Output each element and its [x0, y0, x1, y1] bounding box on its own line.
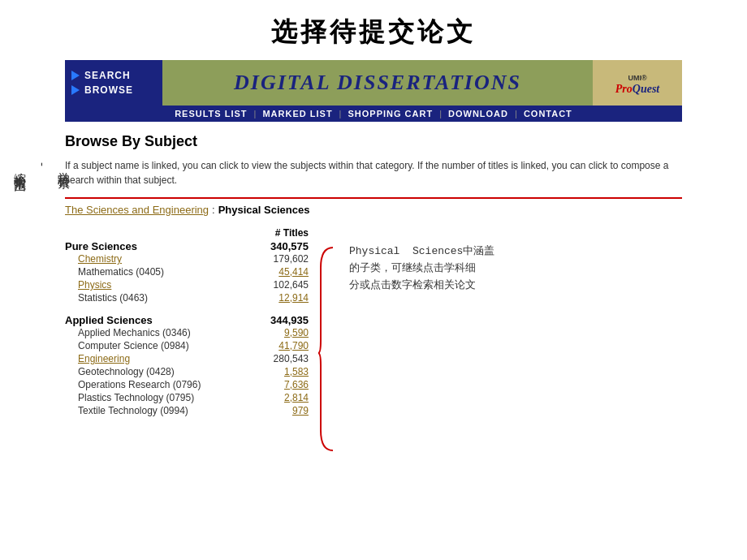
annotation-text: Physical Sciences中涵盖 的子类，可继续点击学科细 分或点击数字… — [349, 243, 528, 294]
main-content: Browse By Subject If a subject name is l… — [65, 122, 682, 454]
search-triangle-icon — [71, 71, 80, 80]
brace-area: Physical Sciences中涵盖 的子类，可继续点击学科细 分或点击数字… — [317, 227, 528, 454]
site-title: DIGITAL DISSERTATIONS — [234, 71, 521, 95]
chemistry-link[interactable]: Chemistry — [78, 253, 122, 265]
applied-mechanics-count-link[interactable]: 9,590 — [284, 327, 309, 338]
banner-right: UMI® ProQuest — [593, 60, 682, 106]
physics-link[interactable]: Physics — [78, 279, 111, 291]
nav-results-list[interactable]: RESULTS LIST — [168, 109, 253, 118]
table-header-titles: # Titles — [244, 227, 309, 239]
textile-technology-count-link[interactable]: 979 — [292, 405, 309, 416]
breadcrumb-parent[interactable]: The Sciences and Engineering — [65, 204, 209, 216]
logo-text: ProQuest — [615, 83, 659, 96]
statistics-count-link[interactable]: 12,914 — [279, 292, 309, 304]
section-applied-sciences: Applied Sciences 344,935 Applied Mechani… — [65, 314, 309, 417]
nav-contact[interactable]: CONTACT — [517, 109, 579, 118]
section-pure-sciences: Pure Sciences 340,575 Chemistry 179,602 … — [65, 240, 309, 304]
engineering-link[interactable]: Engineering — [78, 353, 130, 364]
search-label: SEARCH — [84, 70, 131, 81]
nav-marked-list[interactable]: MARKED LIST — [256, 109, 339, 118]
breadcrumb: The Sciences and Engineering : Physical … — [65, 197, 682, 216]
section-pure-sciences-title: Pure Sciences 340,575 — [65, 240, 309, 252]
nav-bar: RESULTS LIST | MARKED LIST | SHOPPING CA… — [65, 106, 682, 122]
page-title: 选择待提交论文 — [0, 0, 747, 60]
list-item: Computer Science (0984) 41,790 — [65, 339, 309, 352]
mathematics-count-link[interactable]: 45,414 — [279, 266, 309, 278]
list-item: Geotechnology (0428) 1,583 — [65, 365, 309, 378]
list-item: Textile Technology (0994) 979 — [65, 404, 309, 417]
description: If a subject name is linked, you can cli… — [65, 158, 682, 187]
breadcrumb-current: Physical Sciences — [218, 204, 310, 216]
banner-center: DIGITAL DISSERTATIONS — [162, 60, 593, 106]
table-header: # Titles — [65, 227, 309, 239]
browse-button[interactable]: BROWSE — [71, 84, 133, 96]
nav-download[interactable]: DOWNLOAD — [442, 109, 515, 118]
list-item: Mathematics (0405) 45,414 — [65, 265, 309, 278]
proquest-logo: UMI® ProQuest — [615, 71, 659, 96]
nav-shopping-cart[interactable]: SHOPPING CART — [341, 109, 439, 118]
banner-left: SEARCH BROWSE — [65, 60, 162, 106]
list-item: Plastics Technology (0795) 2,814 — [65, 391, 309, 404]
list-item: Applied Mechanics (0346) 9,590 — [65, 326, 309, 339]
brace-icon — [317, 243, 341, 454]
operations-research-count-link[interactable]: 7,636 — [284, 379, 309, 390]
sidebar-left-text: 学科检索-缩小检索范围 — [10, 162, 76, 172]
list-item: Statistics (0463) 12,914 — [65, 291, 309, 304]
section-applied-sciences-title: Applied Sciences 344,935 — [65, 314, 309, 326]
list-item: Physics 102,645 — [65, 278, 309, 291]
browse-triangle-icon — [71, 85, 80, 95]
geotechnology-count-link[interactable]: 1,583 — [284, 366, 309, 377]
list-item: Chemistry 179,602 — [65, 252, 309, 265]
list-item: Operations Research (0796) 7,636 — [65, 378, 309, 391]
banner: SEARCH BROWSE DIGITAL DISSERTATIONS UMI®… — [65, 60, 682, 106]
subject-table: # Titles Pure Sciences 340,575 Chemistry… — [65, 227, 309, 427]
content-row: # Titles Pure Sciences 340,575 Chemistry… — [65, 227, 682, 454]
browse-title: Browse By Subject — [65, 133, 682, 150]
plastics-technology-count-link[interactable]: 2,814 — [284, 392, 309, 403]
umi-label: UMI® — [615, 71, 659, 83]
list-item: Engineering 280,543 — [65, 352, 309, 365]
search-button[interactable]: SEARCH — [71, 70, 131, 81]
computer-science-count-link[interactable]: 41,790 — [279, 340, 309, 351]
browse-label: BROWSE — [84, 84, 133, 96]
